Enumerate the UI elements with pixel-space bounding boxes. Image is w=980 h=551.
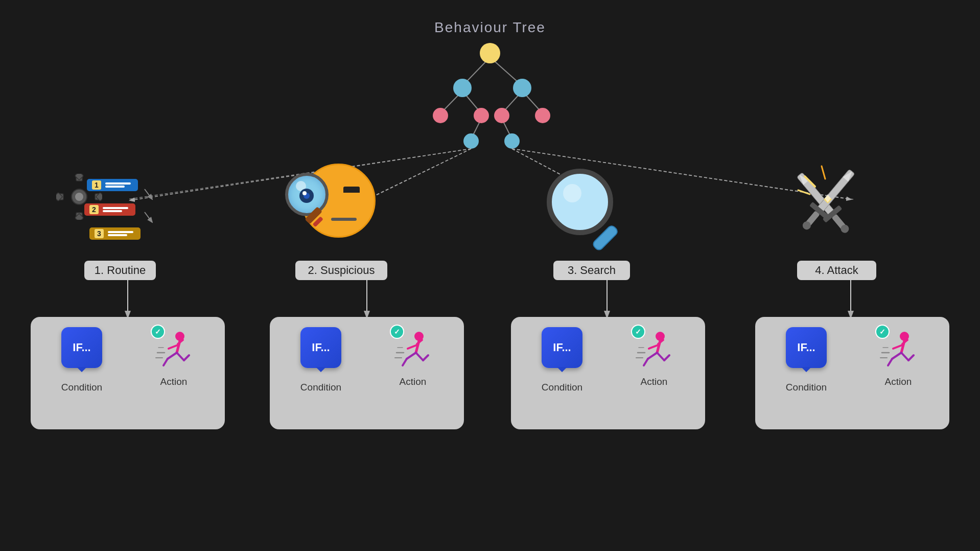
svg-line-64	[168, 353, 177, 359]
svg-line-77	[416, 353, 423, 360]
svg-point-9	[453, 79, 472, 97]
svg-line-65	[164, 359, 168, 365]
svg-line-75	[407, 353, 416, 359]
svg-point-16	[504, 133, 520, 149]
svg-line-2	[440, 91, 462, 113]
svg-line-89	[664, 355, 669, 360]
svg-point-8	[480, 43, 500, 63]
attack-action-label: Action	[885, 376, 912, 387]
routine-condition-label: Condition	[61, 382, 102, 393]
svg-line-0	[462, 57, 490, 86]
svg-line-76	[403, 359, 407, 365]
suspicious-action-label: Action	[400, 376, 427, 387]
search-action-label: Action	[641, 376, 668, 387]
routine-if-icon: IF...	[61, 327, 102, 368]
attack-condition-label: Condition	[786, 382, 827, 393]
page-title: Behaviour Tree	[434, 19, 546, 36]
svg-line-99	[901, 353, 908, 360]
svg-line-67	[184, 355, 189, 360]
routine-action-label: Action	[160, 376, 188, 387]
svg-line-1	[490, 57, 522, 86]
routine-label: 1. Routine	[84, 261, 156, 280]
suspicious-label: 2. Suspicious	[295, 261, 387, 280]
svg-line-4	[502, 91, 522, 113]
svg-line-87	[644, 359, 648, 365]
svg-line-86	[648, 353, 657, 359]
attack-icon	[777, 158, 879, 253]
svg-line-95	[893, 345, 902, 349]
search-condition-label: Condition	[542, 382, 582, 393]
attack-label: 4. Attack	[797, 261, 876, 280]
svg-point-13	[494, 108, 509, 123]
suspicious-ca-box: IF... Condition ✓	[270, 317, 464, 429]
svg-line-84	[649, 345, 658, 349]
svg-line-88	[657, 353, 664, 360]
svg-point-15	[463, 133, 479, 149]
svg-point-14	[535, 108, 550, 123]
suspicious-condition-label: Condition	[300, 382, 341, 393]
svg-point-11	[433, 108, 448, 123]
svg-line-7	[502, 119, 512, 139]
svg-line-62	[169, 345, 178, 349]
svg-line-97	[892, 353, 901, 359]
suspicious-if-icon: IF...	[300, 327, 341, 368]
search-ca-box: IF... Condition ✓	[511, 317, 705, 429]
attack-ca-box: IF... Condition ✓	[755, 317, 949, 429]
search-if-icon: IF...	[542, 327, 582, 368]
svg-line-73	[408, 345, 417, 349]
svg-line-56	[822, 166, 825, 179]
svg-line-3	[462, 91, 481, 113]
svg-line-5	[522, 91, 543, 113]
svg-point-43	[563, 184, 581, 202]
svg-line-100	[908, 355, 914, 360]
svg-line-98	[888, 359, 892, 365]
routine-ca-box: IF... Condition ✓	[31, 317, 225, 429]
routine-icon: 1 2 3	[56, 169, 153, 250]
search-icon-large	[539, 164, 628, 253]
svg-point-10	[513, 79, 531, 97]
svg-point-31	[75, 193, 83, 201]
svg-point-12	[474, 108, 489, 123]
svg-line-6	[471, 119, 481, 139]
svg-line-78	[423, 355, 428, 360]
svg-line-66	[177, 353, 184, 360]
search-label: 3. Search	[553, 261, 630, 280]
suspicious-icon	[291, 164, 388, 253]
attack-if-icon: IF...	[786, 327, 827, 368]
